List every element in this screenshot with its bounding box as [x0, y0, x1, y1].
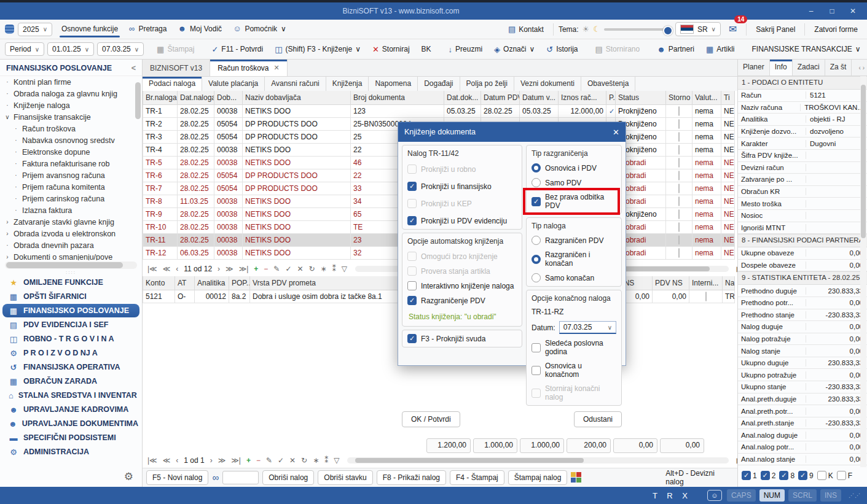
delete-icon[interactable]: − [264, 265, 268, 273]
menu-tab[interactable]: ∞Pretraga [124, 21, 172, 37]
column-header[interactable]: Dat.naloga [178, 91, 214, 105]
storno-checkbox[interactable] [678, 196, 680, 206]
storno-checkbox[interactable] [678, 145, 680, 155]
right-panel-tab[interactable]: Info [770, 60, 793, 76]
new-order-button[interactable]: F5 - Novi nalog [146, 470, 208, 485]
storno-checkbox[interactable] [678, 209, 680, 219]
posting-checkbox[interactable]: Proknjiži u robno [407, 165, 517, 174]
subtab[interactable]: Događaji [418, 77, 460, 91]
refresh-icon[interactable]: ↻ [309, 265, 315, 273]
column-header[interactable]: Iznos rač... [559, 91, 606, 105]
section-filter-checkbox[interactable]: ✓8 [779, 471, 794, 480]
menu-tab[interactable]: Osnovne funkcije [56, 21, 124, 37]
final-order-checkbox[interactable]: Sledeća poslovna godina [532, 339, 616, 356]
sidebar-module[interactable]: ☻UPRAVLJANJE KADROVIMA [2, 403, 139, 416]
confirm-button[interactable]: ✓ F11 - Potvrdi [207, 42, 267, 56]
column-header[interactable]: Dat.dok... [444, 91, 481, 105]
slider-knob[interactable] [663, 26, 673, 36]
next-fast-icon[interactable]: ≫ [226, 265, 233, 273]
radio-option[interactable]: Samo PDV [532, 178, 616, 187]
interni-checkbox[interactable] [705, 292, 707, 301]
sidebar-module[interactable]: ☻UPRAVLJANJE DOKUMENTIMA [2, 417, 139, 430]
bk-button[interactable]: BK [417, 42, 436, 56]
insert-icon[interactable]: + [246, 456, 251, 465]
cancel-button[interactable]: Odustani [574, 411, 622, 427]
expand-icon[interactable]: › [4, 219, 11, 225]
goto-bookmark-icon[interactable]: ⁑ [324, 456, 328, 465]
sidebar-module[interactable]: ⚙P R O I Z V O D NJ A [2, 346, 139, 360]
tree-item[interactable]: ›Zatvaranje stavki glavne knjig [0, 216, 142, 228]
close-tab-icon[interactable]: ✕ [274, 64, 280, 72]
tab-biznisoft[interactable]: BIZNISOFT v13 [143, 60, 210, 76]
insert-icon[interactable]: + [254, 265, 258, 273]
moon-icon[interactable]: ☾ [593, 25, 600, 33]
tree-item[interactable]: ·Obrada dnevnih pazara [0, 239, 142, 251]
prev-icon[interactable]: ‹ [176, 265, 178, 273]
close-button[interactable]: ✕ [844, 5, 862, 17]
tree-item[interactable]: ›Obrada izvoda u elektronskon [0, 228, 142, 239]
column-header[interactable]: Datum v... [520, 91, 559, 105]
section-filter-checkbox[interactable]: ✓1 [742, 471, 757, 480]
close-icon[interactable]: ✕ [613, 128, 619, 137]
radio-option[interactable]: Osnovica i PDV [532, 163, 616, 173]
radio-option[interactable]: Razgraničen PDV [532, 236, 616, 245]
hide-panel-button[interactable]: Sakrij Panel [751, 23, 799, 36]
column-header[interactable]: Datum PDV [481, 91, 520, 105]
cancel-icon[interactable]: ✕ [289, 456, 296, 465]
sidebar-module[interactable]: ▬SPECIFIČNI PODSISTEMI [2, 431, 139, 444]
f3-post-everywhere-checkbox[interactable]: ✓F3 - Proknjiži svuda [407, 334, 517, 343]
sidebar-module[interactable]: ▤PDV EVIDENCIJA I SEF [2, 318, 139, 331]
maximize-button[interactable]: □ [823, 5, 841, 17]
year-select[interactable]: 2025 ∨ [18, 23, 52, 36]
radio-option[interactable]: Razgraničen i konačan [532, 250, 616, 268]
tab-scroll-arrows[interactable]: ‹ › [857, 60, 867, 76]
reversed-button[interactable]: ▤ Stornirano [590, 42, 644, 56]
chat-icon[interactable]: ☺ [707, 490, 722, 501]
column-header[interactable]: Storno [666, 91, 692, 105]
posting-checkbox[interactable]: ✓Proknjiži u PDV evidenciju [407, 216, 517, 225]
column-header[interactable]: Valut... [692, 91, 721, 105]
final-order-checkbox[interactable]: Storniraj konačni nalog [532, 384, 616, 401]
post-icon[interactable]: ✓ [278, 456, 284, 465]
last-page-icon[interactable]: ≫| [239, 265, 249, 273]
tree-item[interactable]: ·Knjiženje naloga [0, 99, 142, 111]
language-select[interactable]: SR ∨ [675, 22, 721, 36]
quick-search-input[interactable] [222, 471, 259, 484]
tree-item[interactable]: ·Kontni plan firme [0, 76, 142, 88]
tree-item[interactable]: ·Izlazna faktura [0, 204, 142, 216]
right-panel-tab[interactable]: Planer [738, 60, 770, 76]
storno-checkbox[interactable] [678, 171, 680, 180]
reverse-button[interactable]: ✕ Storniraj [368, 42, 414, 56]
menu-tab[interactable]: ☺Pomoćnik∨ [227, 21, 292, 37]
posting-checkbox[interactable]: ✓Proknjiži u finansijsko [407, 182, 517, 191]
mark-button[interactable]: ◈ Označi ∨ [490, 42, 539, 56]
collapse-icon[interactable]: < [131, 64, 136, 72]
column-header[interactable]: Dob... [214, 91, 243, 105]
storno-checkbox[interactable] [678, 132, 680, 142]
delete-icon[interactable]: − [256, 456, 261, 465]
print-button[interactable]: F4 - Štampaj [450, 470, 504, 485]
print-order-button[interactable]: Štampaj nalog [508, 470, 568, 485]
period-select[interactable]: Period∨ [5, 42, 44, 56]
date-from-select[interactable]: 01.01.25∨ [47, 42, 94, 56]
table-row[interactable]: TR-128.02.2500038NETIKS DOO12305.03.2528… [143, 105, 735, 118]
menu-tab[interactable]: ☻Moj Vodič [172, 21, 227, 37]
tree-item[interactable]: ·Račun troškova [0, 123, 142, 134]
subtab[interactable]: Napomena [369, 77, 418, 91]
tree-item[interactable]: ·Prijem avansnog računa [0, 169, 142, 181]
column-header[interactable]: Naziv dobavljača [243, 91, 351, 105]
module-select[interactable]: FINANSIJSKE TRANSAKCIJE ∨ [748, 42, 865, 56]
filter-icon[interactable]: ▽ [334, 456, 339, 465]
tree-item[interactable]: ·Prijem carinskog računa [0, 193, 142, 204]
right-panel-tab[interactable]: Zadaci [793, 60, 825, 76]
column-header[interactable]: POP... [229, 276, 250, 290]
subtab[interactable]: Valute plaćanja [202, 77, 265, 91]
column-header[interactable]: Ti [721, 91, 735, 105]
section-filter-checkbox[interactable]: ✓2 [761, 471, 776, 480]
close-forms-button[interactable]: Zatvori forme [810, 23, 862, 36]
subtab[interactable]: Obaveštenja [581, 77, 635, 91]
column-header[interactable]: Broj dokumenta [351, 91, 444, 105]
bookmark-icon[interactable]: ∗ [321, 265, 327, 273]
download-button[interactable]: ↓ Preuzmi [444, 42, 487, 56]
storno-checkbox[interactable] [678, 248, 680, 258]
